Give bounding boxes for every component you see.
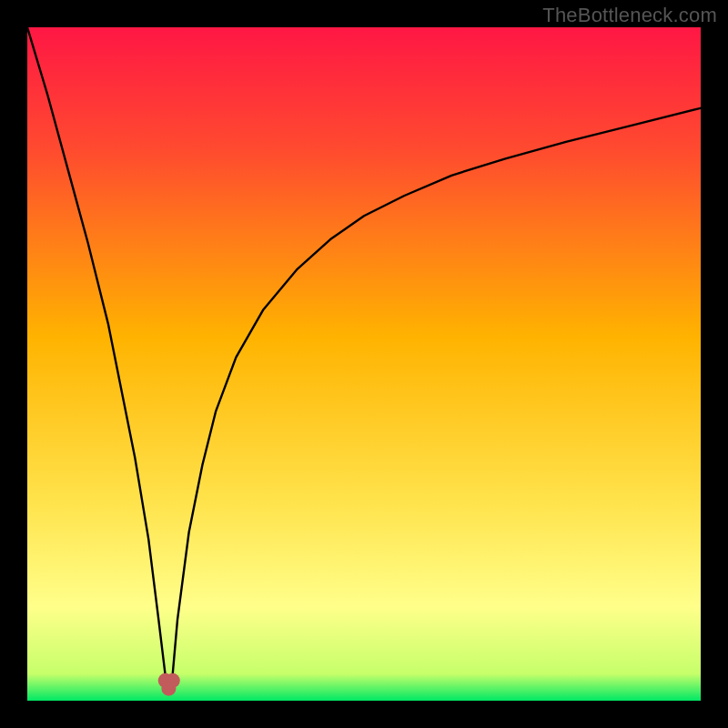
chart-svg	[27, 27, 701, 701]
watermark-text: TheBottleneck.com	[542, 4, 717, 27]
min-marker-bridge	[166, 683, 173, 694]
plot-area	[27, 27, 701, 701]
gradient-background	[27, 27, 701, 701]
chart-frame: TheBottleneck.com	[0, 0, 728, 728]
